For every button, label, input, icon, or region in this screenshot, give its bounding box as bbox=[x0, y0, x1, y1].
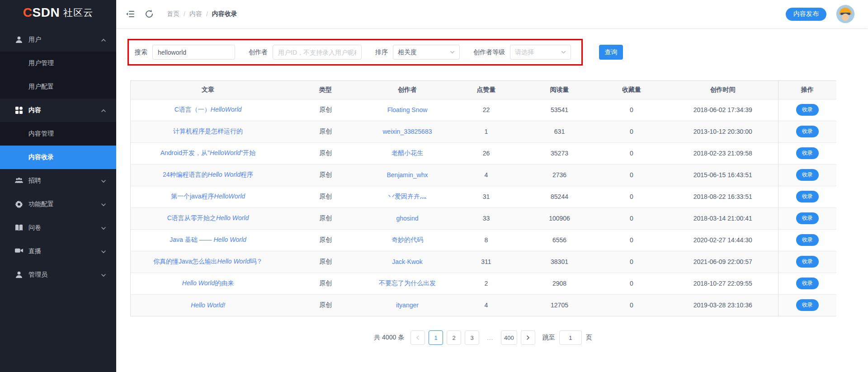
collapse-sidebar-icon[interactable] bbox=[125, 9, 135, 19]
sidebar-item-招聘[interactable]: 招聘 bbox=[0, 169, 116, 193]
search-input[interactable] bbox=[152, 45, 235, 60]
breadcrumb-item-内容[interactable]: 内容 bbox=[189, 10, 202, 18]
table-row: 计算机程序是怎样运行的原创weixin_33825683163102013-10… bbox=[131, 121, 836, 142]
article-link[interactable]: Hello World的由来 bbox=[182, 279, 234, 287]
jump-page-input[interactable] bbox=[559, 330, 582, 345]
reads-cell: 631 bbox=[524, 121, 595, 142]
search-filter-group: 搜索 bbox=[135, 45, 235, 60]
page-jump: 跳至页 bbox=[542, 330, 592, 345]
articles-table: 文章类型创作者点赞量阅读量收藏量创作时间操作 C语言（一）HelloWorld原… bbox=[131, 81, 836, 316]
query-button[interactable]: 查询 bbox=[599, 45, 623, 60]
page-button-400[interactable]: 400 bbox=[501, 330, 517, 345]
article-title-cell: 第一个java程序HelloWorld bbox=[131, 186, 285, 207]
gear-icon bbox=[15, 200, 23, 208]
creator-link[interactable]: 老醋小花生 bbox=[392, 149, 423, 156]
record-button[interactable]: 收录 bbox=[796, 147, 819, 159]
video-icon bbox=[15, 247, 23, 255]
record-button[interactable]: 收录 bbox=[796, 169, 819, 181]
creator-link[interactable]: ghosind bbox=[396, 215, 418, 222]
article-title-cell: Hello World! bbox=[131, 294, 285, 316]
creator-link[interactable]: weixin_33825683 bbox=[383, 128, 432, 135]
csdn-logo[interactable]: CSDN 社区云 bbox=[0, 0, 116, 25]
sort-select[interactable]: 相关度 bbox=[393, 45, 460, 60]
table-row: Android开发，从"HelloWorld"开始原创老醋小花生26352730… bbox=[131, 142, 836, 164]
reads-cell: 53541 bbox=[524, 99, 595, 121]
sidebar-item-问卷[interactable]: 问卷 bbox=[0, 216, 116, 240]
creator-link[interactable]: ityanger bbox=[396, 301, 419, 309]
type-cell: 原创 bbox=[285, 251, 366, 273]
title-text: "开始 bbox=[241, 149, 255, 156]
table-row: Hello World的由来原创不要忘了为什么出发2290802018-10-2… bbox=[131, 273, 836, 294]
sidebar-item-label: 管理员 bbox=[28, 271, 47, 279]
sidebar-item-内容[interactable]: 内容 bbox=[0, 99, 116, 122]
favorites-cell: 0 bbox=[595, 99, 668, 121]
likes-cell: 4 bbox=[449, 164, 524, 186]
sidebar-subitem-用户配置[interactable]: 用户配置 bbox=[0, 75, 116, 99]
record-button[interactable]: 收录 bbox=[796, 234, 819, 246]
creator-link[interactable]: 奇妙的代码 bbox=[392, 236, 423, 243]
sidebar-subitem-用户管理[interactable]: 用户管理 bbox=[0, 52, 116, 75]
creator-level-select-placeholder: 请选择 bbox=[515, 48, 534, 57]
article-link[interactable]: 你真的懂Java怎么输出Hello World吗？ bbox=[153, 258, 263, 265]
prev-page-button[interactable] bbox=[410, 330, 425, 345]
creator-cell: Benjamin_whx bbox=[366, 164, 449, 186]
record-button[interactable]: 收录 bbox=[796, 191, 819, 202]
article-link[interactable]: C语言从零开始之Hello World bbox=[167, 214, 249, 221]
sidebar-subitem-label: 用户配置 bbox=[28, 83, 54, 91]
favorites-cell: 0 bbox=[595, 121, 668, 142]
creator-input[interactable] bbox=[273, 45, 362, 60]
record-button[interactable]: 收录 bbox=[796, 104, 819, 116]
grid-icon bbox=[15, 106, 23, 114]
sidebar-subitem-内容收录[interactable]: 内容收录 bbox=[0, 146, 116, 169]
sidebar-item-管理员[interactable]: 管理员 bbox=[0, 263, 116, 287]
user-avatar[interactable] bbox=[836, 5, 854, 23]
record-button[interactable]: 收录 bbox=[796, 212, 819, 224]
table-row: C语言（一）HelloWorld原创Floating Snow225354102… bbox=[131, 99, 836, 121]
refresh-icon[interactable] bbox=[144, 9, 154, 19]
creator-link[interactable]: Floating Snow bbox=[387, 106, 428, 113]
record-button[interactable]: 收录 bbox=[796, 126, 819, 137]
article-link[interactable]: Hello World! bbox=[191, 301, 225, 309]
article-link[interactable]: 第一个java程序HelloWorld bbox=[171, 193, 245, 200]
article-link[interactable]: 计算机程序是怎样运行的 bbox=[173, 127, 243, 135]
publish-content-button[interactable]: 内容发布 bbox=[786, 8, 826, 21]
sidebar-item-直播[interactable]: 直播 bbox=[0, 240, 116, 263]
articles-table-wrap: 文章类型创作者点赞量阅读量收藏量创作时间操作 C语言（一）HelloWorld原… bbox=[130, 80, 836, 316]
reads-cell: 100906 bbox=[524, 207, 595, 229]
page-button-1[interactable]: 1 bbox=[429, 330, 443, 345]
sidebar-item-功能配置[interactable]: 功能配置 bbox=[0, 193, 116, 216]
creator-link[interactable]: Jack·Kwok bbox=[392, 258, 423, 265]
article-title-cell: 计算机程序是怎样运行的 bbox=[131, 121, 285, 142]
page-button-3[interactable]: 3 bbox=[465, 330, 479, 345]
record-button[interactable]: 收录 bbox=[796, 278, 819, 289]
action-cell: 收录 bbox=[778, 251, 836, 273]
page-button-2[interactable]: 2 bbox=[447, 330, 461, 345]
sidebar-item-用户[interactable]: 用户 bbox=[0, 28, 116, 52]
creator-link[interactable]: 不要忘了为什么出发 bbox=[379, 279, 436, 287]
record-button[interactable]: 收录 bbox=[796, 256, 819, 268]
creator-link[interactable]: Benjamin_whx bbox=[387, 171, 428, 179]
action-cell: 收录 bbox=[778, 229, 836, 251]
type-cell: 原创 bbox=[285, 294, 366, 316]
next-page-button[interactable] bbox=[521, 330, 535, 345]
record-button[interactable]: 收录 bbox=[796, 299, 819, 311]
breadcrumb-item-首页[interactable]: 首页 bbox=[167, 10, 179, 18]
sidebar-subitem-内容管理[interactable]: 内容管理 bbox=[0, 122, 116, 146]
creator-link[interactable]: 丷爱因卉卉灬 bbox=[388, 193, 426, 200]
favorites-cell: 0 bbox=[595, 164, 668, 186]
article-link[interactable]: Android开发，从"HelloWorld"开始 bbox=[160, 149, 256, 156]
creator-level-select[interactable]: 请选择 bbox=[510, 45, 571, 60]
search-highlight: Hello World bbox=[213, 236, 246, 243]
created-time-cell: 2013-10-12 20:30:00 bbox=[668, 121, 778, 142]
article-link[interactable]: 24种编程语言的Hello World程序 bbox=[163, 171, 253, 178]
article-title-cell: C语言从零开始之Hello World bbox=[131, 207, 285, 229]
article-link[interactable]: Java 基础 —— Hello World bbox=[170, 236, 246, 243]
reads-cell: 2908 bbox=[524, 273, 595, 294]
created-time-cell: 2018-02-23 21:09:58 bbox=[668, 142, 778, 164]
chevron-left-icon bbox=[415, 335, 420, 340]
favorites-cell: 0 bbox=[595, 273, 668, 294]
table-header-row: 文章类型创作者点赞量阅读量收藏量创作时间操作 bbox=[131, 81, 836, 99]
type-cell: 原创 bbox=[285, 142, 366, 164]
type-cell: 原创 bbox=[285, 99, 366, 121]
article-link[interactable]: C语言（一）HelloWorld bbox=[175, 106, 242, 113]
